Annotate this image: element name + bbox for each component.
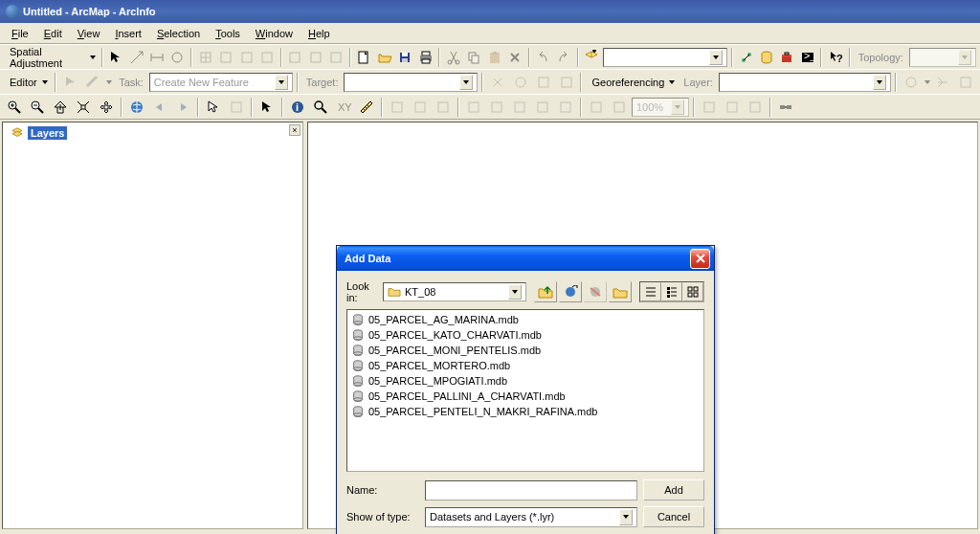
tool-button[interactable]	[745, 97, 766, 118]
layer-combo[interactable]	[719, 73, 891, 92]
menu-insert[interactable]: Insert	[107, 26, 149, 41]
select-features-button[interactable]	[203, 97, 224, 118]
menu-view[interactable]: View	[70, 26, 108, 41]
details-view-button[interactable]	[661, 282, 682, 301]
tool-button[interactable]	[463, 97, 484, 118]
arccatalog-button[interactable]	[757, 47, 775, 68]
cancel-button[interactable]: Cancel	[643, 506, 704, 527]
sketch-tool-button[interactable]	[83, 72, 104, 93]
tool-button[interactable]	[722, 97, 743, 118]
find-button[interactable]	[310, 97, 331, 118]
tool-button[interactable]	[486, 97, 507, 118]
editor-dropdown[interactable]: Editor	[4, 77, 51, 88]
tool-button[interactable]	[901, 72, 922, 93]
tool-button[interactable]	[556, 72, 577, 93]
zoom-combo[interactable]: 100%	[632, 98, 689, 117]
whats-this-button[interactable]: ?	[826, 47, 844, 68]
task-combo[interactable]: Create New Feature	[149, 73, 293, 92]
delete-button[interactable]	[505, 47, 523, 68]
target-combo[interactable]	[344, 73, 478, 92]
tool-button[interactable]	[127, 47, 145, 68]
file-item[interactable]: 05_PARCEL_MONI_PENTELIS.mdb	[349, 343, 702, 358]
toc-close-button[interactable]: ×	[289, 124, 301, 136]
tool-button[interactable]	[433, 97, 454, 118]
measure-button[interactable]	[356, 97, 377, 118]
prev-extent-button[interactable]	[149, 97, 170, 118]
tool-button[interactable]	[487, 72, 508, 93]
zoom-in-button[interactable]	[4, 97, 25, 118]
file-item[interactable]: 05_PARCEL_AG_MARINA.mdb	[349, 312, 702, 327]
connect-to-folder-button[interactable]	[559, 281, 582, 302]
tool-button[interactable]	[237, 47, 256, 68]
file-item[interactable]: 05_PARCEL_MPOGIATI.mdb	[349, 373, 702, 389]
tool-button[interactable]	[326, 47, 345, 68]
tool-button[interactable]	[609, 97, 630, 118]
command-line-button[interactable]: >_	[798, 47, 816, 68]
menu-file[interactable]: File	[4, 26, 36, 41]
undo-button[interactable]	[534, 47, 552, 68]
add-data-button[interactable]	[583, 47, 601, 68]
scale-combo[interactable]	[603, 48, 727, 67]
file-item[interactable]: 05_PARCEL_PENTELI_N_MAKRI_RAFINA.mdb	[349, 404, 702, 419]
menu-selection[interactable]: Selection	[149, 26, 208, 41]
zoom-out-button[interactable]	[27, 97, 48, 118]
tool-button[interactable]	[387, 97, 408, 118]
tool-button[interactable]	[533, 72, 554, 93]
tool-button[interactable]	[147, 47, 166, 68]
up-one-level-button[interactable]	[534, 281, 557, 302]
name-input[interactable]	[425, 480, 637, 501]
open-button[interactable]	[375, 47, 393, 68]
edit-tool-button[interactable]	[60, 72, 81, 93]
disconnect-folder-button[interactable]	[584, 281, 607, 302]
tool-button[interactable]	[509, 97, 530, 118]
menu-edit[interactable]: Edit	[36, 26, 70, 41]
toc-root-item[interactable]: Layers	[3, 122, 302, 144]
thumbnails-view-button[interactable]	[682, 282, 703, 301]
file-item[interactable]: 05_PARCEL_KATO_CHARVATI.mdb	[349, 327, 702, 343]
tool-button[interactable]	[586, 97, 607, 118]
topology-combo[interactable]	[909, 48, 976, 67]
full-extent-button[interactable]	[126, 97, 147, 118]
new-button[interactable]	[355, 47, 373, 68]
select-elements-button[interactable]	[256, 97, 278, 118]
tool-button[interactable]	[955, 72, 976, 93]
show-of-type-combo[interactable]: Datasets and Layers (*.lyr)	[425, 507, 637, 527]
paste-button[interactable]	[485, 47, 503, 68]
lookin-combo[interactable]: KT_08	[383, 282, 526, 301]
new-folder-button[interactable]	[609, 281, 632, 302]
print-button[interactable]	[416, 47, 434, 68]
menu-window[interactable]: Window	[248, 26, 301, 41]
tool-button[interactable]	[306, 47, 324, 68]
arctoolbox-button[interactable]	[778, 47, 796, 68]
tool-button[interactable]	[510, 72, 531, 93]
tool-button[interactable]	[555, 97, 576, 118]
fixed-zoom-in-button[interactable]	[50, 97, 71, 118]
menu-help[interactable]: Help	[301, 26, 338, 41]
clear-selection-button[interactable]	[226, 97, 247, 118]
tool-button[interactable]	[410, 97, 431, 118]
save-button[interactable]	[396, 47, 414, 68]
tool-button[interactable]	[532, 97, 553, 118]
tool-button[interactable]	[196, 47, 214, 68]
editor-toolbar-button[interactable]	[737, 47, 755, 68]
next-extent-button[interactable]	[172, 97, 193, 118]
add-button[interactable]: Add	[643, 479, 704, 501]
redo-button[interactable]	[554, 47, 572, 68]
fixed-zoom-out-button[interactable]	[73, 97, 94, 118]
spatial-adjustment-dropdown[interactable]: Spatial Adjustment	[4, 46, 98, 69]
list-view-button[interactable]	[640, 282, 661, 301]
tool-button[interactable]	[933, 72, 954, 93]
menu-tools[interactable]: Tools	[208, 26, 248, 41]
copy-button[interactable]	[465, 47, 483, 68]
file-item[interactable]: 05_PARCEL_PALLINI_A_CHARVATI.mdb	[349, 389, 702, 404]
model-builder-button[interactable]	[775, 97, 796, 118]
tool-button[interactable]	[286, 47, 304, 68]
cut-button[interactable]	[444, 47, 462, 68]
pan-button[interactable]	[96, 97, 117, 118]
file-item[interactable]: 05_PARCEL_MORTERO.mdb	[349, 358, 702, 373]
tool-button[interactable]	[168, 47, 187, 68]
identify-button[interactable]: i	[287, 97, 308, 118]
select-tool-button[interactable]	[107, 47, 125, 68]
tool-button[interactable]	[699, 97, 720, 118]
tool-button[interactable]	[257, 47, 276, 68]
